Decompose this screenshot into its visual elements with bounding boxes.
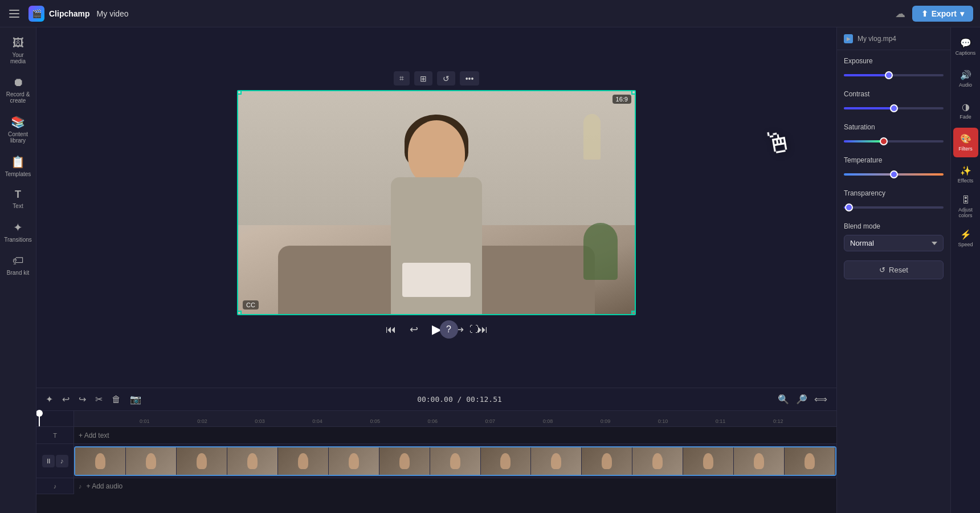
skip-to-start-button[interactable]: ⏮ <box>383 321 398 338</box>
ruler-mark-9: 0:09 <box>599 418 657 424</box>
contrast-thumb[interactable] <box>890 104 898 112</box>
crop-tool-button[interactable]: ⌗ <box>394 71 410 85</box>
fit-to-window-button[interactable]: ⟺ <box>812 392 830 407</box>
ruler-marks: 0:01 0:02 0:03 0:04 0:05 0:06 0:07 0:08 … <box>81 418 830 424</box>
right-tool-captions[interactable]: 💬 Captions <box>953 32 978 62</box>
fade-icon: ◑ <box>962 101 970 112</box>
saturation-slider[interactable] <box>844 136 944 147</box>
timeline-redo-button[interactable]: ↪ <box>76 392 88 407</box>
temperature-thumb[interactable] <box>890 170 898 178</box>
corner-handle-br[interactable] <box>631 311 636 315</box>
sidebar-item-text[interactable]: T Text <box>2 184 35 214</box>
saturation-track <box>844 140 944 142</box>
blend-mode-chevron <box>932 242 937 245</box>
person-face <box>408 120 465 186</box>
more-options-button[interactable]: ••• <box>460 71 480 85</box>
strip-frame-14 <box>734 447 785 475</box>
sidebar-item-brand-kit[interactable]: 🏷 Brand kit <box>2 250 35 280</box>
text-track: + Add text <box>74 427 836 444</box>
video-track[interactable] <box>74 444 836 478</box>
fullscreen-button[interactable]: ⛶ <box>469 324 479 335</box>
timeline-cut-button[interactable]: ✂ <box>93 392 105 407</box>
reset-button[interactable]: ↺ Reset <box>844 260 944 279</box>
timeline-undo-button[interactable]: ↩ <box>60 392 72 407</box>
strip-frame-10 <box>531 447 582 475</box>
zoom-in-button[interactable]: 🔎 <box>794 392 810 407</box>
exposure-label: Exposure <box>844 57 944 65</box>
rewind-button[interactable]: ↩ <box>407 321 420 338</box>
strip-frame-13 <box>683 447 734 475</box>
sidebar-label-templates: Templates <box>5 171 31 177</box>
rotate-tool-button[interactable]: ↺ <box>437 71 455 85</box>
sidebar-item-record-create[interactable]: ⏺ Record & create <box>2 71 35 108</box>
sidebar-label-transitions: Transitions <box>4 237 32 243</box>
app-logo: 🎬 Clipchamp <box>28 6 90 22</box>
ruler-spacer <box>36 411 74 427</box>
person-body <box>391 177 482 314</box>
temperature-slider[interactable] <box>844 169 944 180</box>
right-tool-filters[interactable]: 🎨 Filters <box>953 128 978 157</box>
adjust-colors-label: Adjust colors <box>954 207 977 218</box>
temperature-track <box>844 173 944 176</box>
timeline-add-button[interactable]: ✦ <box>43 392 55 407</box>
help-button[interactable]: ? <box>440 320 458 339</box>
track-audio-button[interactable]: ♪ <box>56 455 68 467</box>
video-file-icon: ▶ <box>844 34 853 43</box>
transparency-slider[interactable] <box>844 202 944 213</box>
transparency-thumb[interactable] <box>845 203 853 211</box>
ruler-mark-3: 0:03 <box>254 418 311 424</box>
add-audio-button[interactable]: + Add audio <box>87 482 123 490</box>
export-label: Export <box>932 9 957 18</box>
ruler-mark-7: 0:07 <box>484 418 542 424</box>
right-tool-adjust-colors[interactable]: 🎛 Adjust colors <box>953 192 978 221</box>
ruler-mark-0 <box>81 418 138 424</box>
pip-tool-button[interactable]: ⊞ <box>414 71 432 85</box>
video-player-container: ⌗ ⊞ ↺ ••• <box>36 27 836 388</box>
track-pause-button[interactable]: ⏸ <box>42 455 55 467</box>
your-media-icon: 🖼 <box>13 36 24 50</box>
fade-label: Fade <box>959 114 971 120</box>
timeline-delete-button[interactable]: 🗑 <box>109 392 123 407</box>
bg-plant <box>583 223 618 280</box>
strip-frame-8 <box>430 447 481 475</box>
export-icon: ⬆ <box>921 9 928 18</box>
sidebar-item-your-media[interactable]: 🖼 Your media <box>2 32 35 69</box>
right-properties-panel: ▶ My vlog.mp4 Exposure Contrast <box>836 27 950 513</box>
right-tool-effects[interactable]: ✨ Effects <box>953 160 978 189</box>
project-title[interactable]: My video <box>97 9 129 18</box>
effects-icon: ✨ <box>960 165 971 176</box>
timeline-time-display: 00:00.00 / 00:12.51 <box>148 395 771 404</box>
contrast-slider[interactable] <box>844 103 944 114</box>
timeline-tracks-area: 0:01 0:02 0:03 0:04 0:05 0:06 0:07 0:08 … <box>74 411 836 494</box>
video-frame-wrapper: CC 16:9 <box>237 90 636 315</box>
sidebar-label-your-media: Your media <box>4 52 32 64</box>
effects-label: Effects <box>958 178 973 184</box>
right-tool-fade[interactable]: ◑ Fade <box>953 96 978 125</box>
timeline-capture-button[interactable]: 📷 <box>128 392 144 407</box>
right-tool-audio[interactable]: 🔊 Audio <box>953 64 978 93</box>
exposure-slider[interactable] <box>844 70 944 81</box>
corner-handle-tl[interactable] <box>237 90 242 95</box>
properties-content: Exposure Contrast <box>837 50 950 513</box>
add-text-button[interactable]: + Add text <box>79 431 109 439</box>
add-audio-icon: ♪ <box>79 483 82 490</box>
strip-frame-6 <box>329 447 379 475</box>
exposure-thumb[interactable] <box>885 71 893 79</box>
brand-kit-icon: 🏷 <box>13 254 24 267</box>
strip-frame-1 <box>75 447 126 475</box>
video-person <box>357 109 516 314</box>
corner-handle-bl[interactable] <box>237 311 242 315</box>
right-tool-speed[interactable]: ⚡ Speed <box>953 223 978 253</box>
saturation-thumb[interactable] <box>880 137 888 145</box>
sidebar-item-templates[interactable]: 📋 Templates <box>2 150 35 182</box>
export-button[interactable]: ⬆ Export ▾ <box>912 6 973 22</box>
hamburger-menu[interactable] <box>7 7 22 20</box>
strip-frame-9 <box>481 447 532 475</box>
corner-handle-tr[interactable] <box>631 90 636 95</box>
sidebar-label-brand-kit: Brand kit <box>7 270 29 276</box>
sidebar-label-content-library: Content library <box>4 131 32 144</box>
sidebar-item-content-library[interactable]: 📚 Content library <box>2 111 35 148</box>
zoom-out-button[interactable]: 🔍 <box>775 392 791 407</box>
sidebar-item-transitions[interactable]: ✦ Transitions <box>2 216 35 247</box>
blend-mode-dropdown[interactable]: Normal <box>844 235 944 251</box>
